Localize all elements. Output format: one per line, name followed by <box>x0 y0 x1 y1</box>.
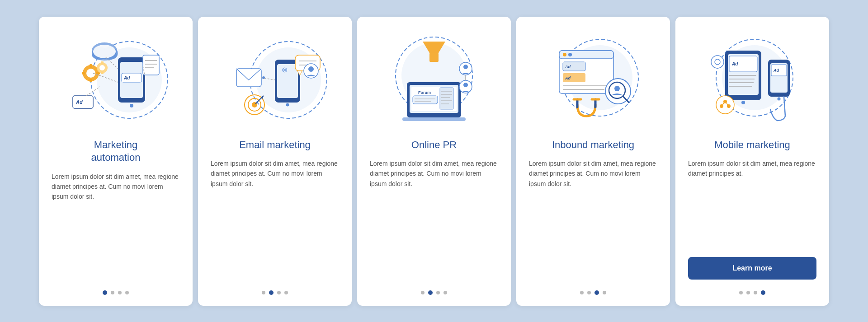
dot-3[interactable] <box>118 291 122 294</box>
card-illustration-mobile-marketing: Ad Ad <box>698 30 807 130</box>
svg-point-71 <box>463 65 468 69</box>
dots-marketing-automation <box>103 290 129 295</box>
svg-point-80 <box>568 53 572 56</box>
dot-2[interactable] <box>746 291 750 294</box>
card-title-mobile-marketing: Mobile marketing <box>714 139 790 152</box>
card-illustration-online-pr: Forum <box>380 30 488 130</box>
dot-1[interactable] <box>262 291 265 294</box>
dot-2[interactable] <box>111 291 114 294</box>
svg-text:Ad: Ad <box>123 75 130 80</box>
dot-4[interactable] <box>125 291 129 294</box>
svg-point-4 <box>130 104 133 107</box>
svg-rect-63 <box>440 88 453 109</box>
card-body-mobile-marketing: Lorem ipsum dolor sit dim amet, mea regi… <box>688 159 816 247</box>
svg-rect-16 <box>101 71 104 74</box>
svg-rect-55 <box>429 53 439 62</box>
dot-1[interactable] <box>103 290 107 295</box>
svg-text:Ad: Ad <box>565 65 571 69</box>
card-illustration-marketing-automation: Ad <box>61 30 170 130</box>
svg-rect-35 <box>277 64 298 98</box>
svg-rect-10 <box>90 79 92 82</box>
svg-rect-9 <box>90 64 92 68</box>
svg-text:Ad: Ad <box>773 68 779 73</box>
svg-point-99 <box>741 101 745 104</box>
dots-online-pr <box>421 290 447 295</box>
card-body-marketing-automation: Lorem ipsum dolor sit dim amet, mea regi… <box>52 172 180 280</box>
dot-4[interactable] <box>284 291 288 294</box>
svg-rect-38 <box>236 69 261 87</box>
card-body-email-marketing: Lorem ipsum dolor sit dim amet, mea regi… <box>211 159 339 279</box>
svg-point-44 <box>308 66 314 72</box>
dot-1[interactable] <box>421 291 425 294</box>
card-body-online-pr: Lorem ipsum dolor sit dim amet, mea regi… <box>370 159 498 279</box>
dot-3[interactable] <box>754 291 757 294</box>
svg-rect-24 <box>143 55 159 75</box>
svg-rect-60 <box>413 96 438 104</box>
cards-container: Ad <box>21 3 847 319</box>
svg-text:Ad: Ad <box>565 76 571 80</box>
svg-point-73 <box>463 83 468 87</box>
card-title-email-marketing: Email marketing <box>239 139 311 152</box>
svg-text:Ad: Ad <box>75 99 83 105</box>
dot-1[interactable] <box>580 291 584 294</box>
dot-4[interactable] <box>603 291 606 294</box>
svg-rect-78 <box>559 51 613 59</box>
card-body-inbound-marketing: Lorem ipsum dolor sit dim amet, mea regi… <box>529 159 657 279</box>
dots-inbound-marketing <box>580 290 606 295</box>
dot-2[interactable] <box>587 291 591 294</box>
svg-rect-11 <box>82 72 85 75</box>
card-title-online-pr: Online PR <box>411 139 457 152</box>
svg-text:⊜: ⊜ <box>282 66 288 74</box>
learn-more-button[interactable]: Learn more <box>688 257 816 280</box>
card-email-marketing: ⊜ <box>198 17 352 306</box>
svg-point-14 <box>99 65 105 70</box>
card-inbound-marketing: Ad Ad Inbound marketing <box>516 17 670 306</box>
svg-point-111 <box>716 96 734 114</box>
dot-2[interactable] <box>428 290 433 295</box>
svg-point-79 <box>563 53 566 56</box>
dots-email-marketing <box>262 290 288 295</box>
svg-rect-15 <box>101 61 104 64</box>
card-illustration-email-marketing: ⊜ <box>221 30 329 130</box>
svg-text:Forum: Forum <box>418 90 431 95</box>
svg-line-31 <box>86 87 100 96</box>
dot-4[interactable] <box>443 291 447 294</box>
svg-point-21 <box>93 45 116 58</box>
dots-mobile-marketing <box>739 290 765 295</box>
card-online-pr: Forum <box>357 17 511 306</box>
svg-rect-69 <box>402 117 466 121</box>
svg-point-117 <box>711 56 724 68</box>
card-title-marketing-automation: Marketing automation <box>91 139 141 164</box>
card-title-inbound-marketing: Inbound marketing <box>552 139 634 152</box>
card-mobile-marketing: Ad Ad <box>675 17 829 306</box>
dot-3[interactable] <box>277 291 281 294</box>
svg-point-36 <box>286 103 289 106</box>
svg-point-108 <box>778 97 781 100</box>
svg-point-90 <box>614 86 620 91</box>
dot-2[interactable] <box>269 290 274 295</box>
dot-1[interactable] <box>739 291 743 294</box>
dot-3[interactable] <box>594 290 599 295</box>
svg-point-112 <box>723 100 727 103</box>
dot-3[interactable] <box>436 291 440 294</box>
card-marketing-automation: Ad <box>39 17 193 306</box>
dot-4[interactable] <box>761 290 765 295</box>
svg-text:Ad: Ad <box>731 61 738 66</box>
card-illustration-inbound-marketing: Ad Ad <box>539 30 647 130</box>
